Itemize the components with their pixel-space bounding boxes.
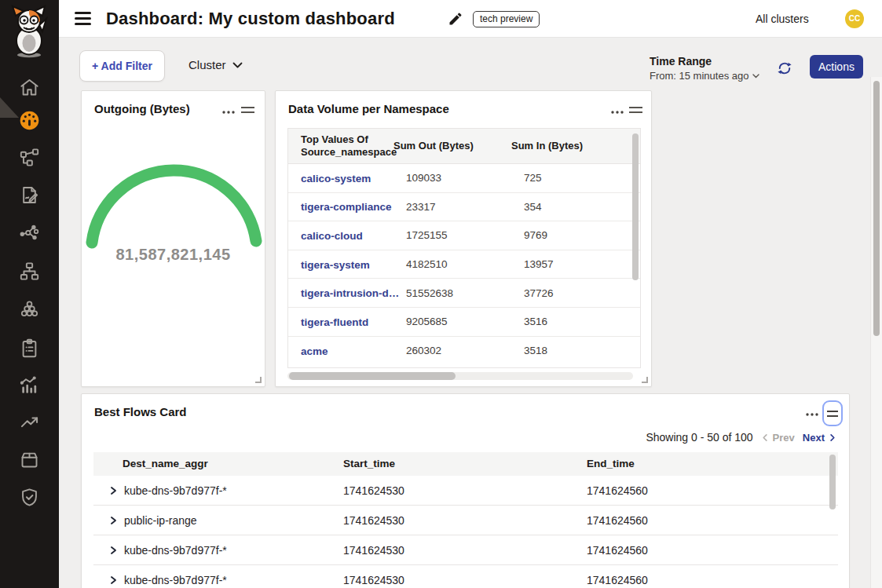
dest-value: public-ip-range	[124, 506, 197, 535]
data-volume-card: Data Volume per Namespace Top Values Of …	[275, 90, 652, 387]
sidebar-item-compliance[interactable]	[19, 338, 40, 359]
card-menu-icon[interactable]	[805, 412, 819, 417]
sidebar-item-trends[interactable]	[19, 411, 40, 433]
start-time-value: 1741624530	[343, 535, 404, 565]
namespace-link[interactable]: calico-system	[301, 173, 371, 184]
namespace-link[interactable]: acme	[301, 345, 328, 357]
table-horizontal-scrollbar-track	[287, 372, 633, 380]
sidebar-item-threat-feeds[interactable]	[19, 222, 40, 243]
flows-table: Dest_name_aggr Start_time End_time kube-…	[93, 452, 838, 588]
namespace-link[interactable]: tigera-intrusion-d…	[301, 287, 399, 299]
tech-preview-badge: tech preview	[473, 11, 540, 27]
card-title: Data Volume per Namespace	[288, 102, 449, 115]
sum-in-value: 725	[524, 172, 634, 184]
card-menu-icon[interactable]	[610, 110, 624, 115]
sidebar-item-reports[interactable]	[19, 184, 40, 206]
sum-in-value: 3516	[524, 316, 634, 327]
cluster-dropdown[interactable]: Cluster	[188, 58, 243, 71]
time-range-control: Time Range From: 15 minutes ago	[650, 55, 759, 82]
namespace-link[interactable]: tigera-compliance	[301, 201, 392, 213]
table-vertical-scrollbar[interactable]	[829, 455, 836, 509]
sidebar-item-home[interactable]	[19, 77, 40, 98]
table-row: calico-cloud 1725155 9769	[288, 221, 640, 250]
best-flows-card: Best Flows Card Showing 0 - 50 of 100 Pr…	[81, 393, 850, 588]
actions-button[interactable]: Actions	[810, 55, 863, 79]
pencil-icon	[448, 11, 463, 27]
card-drag-handle-focused[interactable]	[822, 400, 843, 426]
end-time-value: 1741624560	[587, 535, 648, 565]
expand-row-icon[interactable]	[108, 515, 119, 526]
card-resize-handle[interactable]	[255, 377, 262, 383]
report-edit-icon	[19, 184, 40, 206]
dashboard-gauge-icon	[19, 110, 40, 131]
column-header-sum-in: Sum In (Bytes)	[511, 140, 621, 152]
table-horizontal-scrollbar[interactable]	[289, 372, 456, 380]
card-drag-handle[interactable]	[629, 107, 642, 116]
sitemap-icon	[19, 261, 40, 282]
time-range-text: From: 15 minutes ago	[650, 70, 748, 82]
start-time-value: 1741624530	[343, 476, 404, 506]
add-filter-button[interactable]: + Add Filter	[79, 50, 165, 82]
gauge-value: 81,587,821,145	[82, 246, 265, 264]
page-scrollbar[interactable]	[873, 81, 880, 336]
user-avatar[interactable]: CC	[845, 9, 864, 28]
box-icon	[19, 449, 40, 470]
chevron-down-icon	[232, 62, 243, 68]
calico-cat-icon	[8, 5, 50, 58]
column-header-start: Start_time	[343, 452, 395, 476]
dest-value: kube-dns-9b7d977f-*	[124, 535, 227, 565]
expand-row-icon[interactable]	[108, 575, 119, 586]
namespace-link[interactable]: tigera-system	[301, 259, 370, 271]
sum-in-value: 354	[524, 201, 634, 213]
sidebar-item-clusters[interactable]	[19, 298, 40, 320]
circle-cluster-icon	[19, 298, 40, 320]
graph-nodes-icon	[19, 222, 40, 243]
card-drag-handle[interactable]	[241, 107, 254, 116]
time-range-label: Time Range	[650, 55, 759, 68]
sidebar-item-security[interactable]	[19, 487, 40, 508]
service-graph-icon	[19, 147, 40, 168]
dest-value: kube-dns-9b7d977f-*	[124, 565, 227, 588]
sum-in-value: 37726	[524, 287, 634, 299]
table-row: public-ip-range 1741624530 1741624560	[93, 506, 838, 535]
sidebar-item-service-graph[interactable]	[19, 147, 40, 168]
cluster-dropdown-label: Cluster	[188, 58, 226, 71]
card-menu-icon[interactable]	[221, 110, 236, 115]
gauge-chart	[82, 142, 266, 256]
card-resize-handle[interactable]	[642, 377, 648, 383]
table-row: tigera-fluentd 9205685 3516	[288, 308, 640, 337]
sum-out-value: 1725155	[406, 229, 524, 241]
table-row: acme 260302 3518	[288, 337, 640, 366]
namespace-table: Top Values Of Source_namespace Sum Out (…	[287, 128, 641, 368]
table-vertical-scrollbar[interactable]	[632, 133, 639, 280]
app-root: Dashboard: My custom dashboard tech prev…	[0, 0, 882, 588]
sum-out-value: 51552638	[406, 287, 524, 299]
calico-logo[interactable]	[8, 5, 50, 58]
all-clusters-selector[interactable]: All clusters	[756, 0, 809, 38]
sidebar-item-workloads[interactable]	[19, 449, 40, 470]
refresh-button[interactable]	[776, 60, 793, 77]
table-row: kube-dns-9b7d977f-* 1741624530 174162456…	[93, 535, 838, 565]
prev-label: Prev	[773, 432, 795, 444]
table-row: kube-dns-9b7d977f-* 1741624530 174162456…	[93, 565, 838, 588]
time-range-value[interactable]: From: 15 minutes ago	[650, 70, 759, 82]
sidebar-item-networks[interactable]	[19, 261, 40, 282]
clipboard-icon	[19, 338, 40, 359]
expand-row-icon[interactable]	[108, 545, 119, 556]
namespace-link[interactable]: calico-cloud	[301, 230, 363, 242]
sidebar-item-dashboards-active[interactable]	[19, 110, 40, 131]
outgoing-bytes-card: Outgoing (Bytes) 81,587,821,145	[81, 90, 265, 387]
next-page-button[interactable]: Next	[803, 432, 836, 444]
end-time-value: 1741624560	[587, 565, 648, 588]
table-header: Top Values Of Source_namespace Sum Out (…	[288, 129, 640, 164]
card-title: Best Flows Card	[94, 405, 187, 418]
sum-out-value: 4182510	[406, 258, 524, 270]
expand-row-icon[interactable]	[108, 485, 119, 496]
namespace-link[interactable]: tigera-fluentd	[301, 316, 368, 328]
chevron-down-icon	[752, 74, 759, 79]
edit-pencil-icon[interactable]	[448, 11, 463, 27]
prev-page-button[interactable]: Prev	[761, 432, 795, 444]
hamburger-menu-icon[interactable]	[75, 12, 91, 25]
sum-in-value: 3518	[524, 345, 634, 356]
sidebar-item-statistics[interactable]	[19, 374, 40, 396]
